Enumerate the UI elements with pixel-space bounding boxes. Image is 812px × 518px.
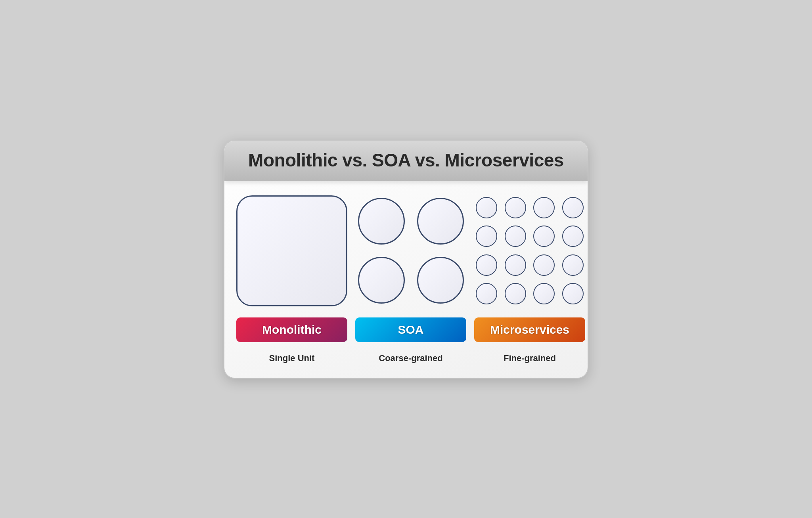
soa-sublabel: Coarse-grained [379, 353, 442, 363]
microservices-sublabel: Fine-grained [504, 353, 556, 363]
micro-circle-9 [476, 254, 497, 276]
microservices-shape [474, 195, 585, 306]
title-bar: Monolithic vs. SOA vs. Microservices [224, 141, 588, 181]
micro-circle-1 [476, 197, 497, 218]
soa-circle-1 [358, 198, 405, 245]
microservices-column: Microservices Fine-grained [474, 195, 585, 363]
soa-circle-2 [417, 198, 464, 245]
main-card: Monolithic vs. SOA vs. Microservices Mon… [224, 140, 588, 378]
monolithic-sublabel: Single Unit [269, 353, 315, 363]
micro-circle-14 [505, 283, 526, 304]
micro-circle-3 [533, 197, 555, 218]
microservices-badge: Microservices [474, 317, 585, 342]
columns-container: Monolithic Single Unit SOA Coarse-graine… [224, 195, 588, 363]
micro-circle-15 [533, 283, 555, 304]
soa-column: SOA Coarse-grained [355, 195, 466, 363]
micro-circle-10 [505, 254, 526, 276]
soa-label: SOA [398, 323, 423, 336]
micro-circle-2 [505, 197, 526, 218]
main-title: Monolithic vs. SOA vs. Microservices [236, 149, 576, 171]
micro-circle-12 [562, 254, 584, 276]
micro-circle-11 [533, 254, 555, 276]
micro-circle-6 [505, 226, 526, 247]
micro-circle-13 [476, 283, 497, 304]
monolithic-badge: Monolithic [236, 317, 347, 342]
monolithic-shape [236, 195, 347, 306]
soa-badge: SOA [355, 317, 466, 342]
microservices-label: Microservices [490, 323, 569, 336]
micro-circle-7 [533, 226, 555, 247]
micro-circle-16 [562, 283, 584, 304]
monolithic-column: Monolithic Single Unit [236, 195, 347, 363]
soa-shape [355, 195, 466, 306]
micro-circle-5 [476, 226, 497, 247]
soa-circle-3 [358, 257, 405, 304]
micro-circle-8 [562, 226, 584, 247]
monolithic-label: Monolithic [262, 323, 322, 336]
micro-circle-4 [562, 197, 584, 218]
soa-circle-4 [417, 257, 464, 304]
